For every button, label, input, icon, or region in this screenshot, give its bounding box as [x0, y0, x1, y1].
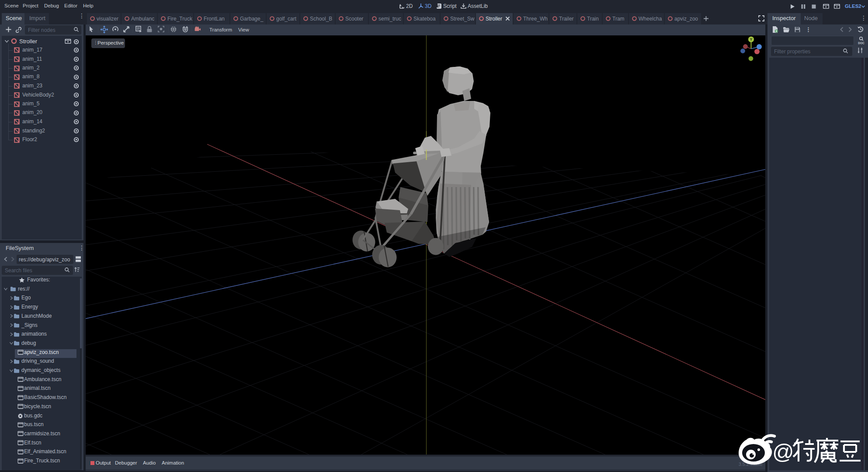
- svg-text:@: @: [772, 440, 794, 463]
- svg-text:Y: Y: [750, 37, 752, 42]
- svg-text:DOC: DOC: [858, 42, 865, 45]
